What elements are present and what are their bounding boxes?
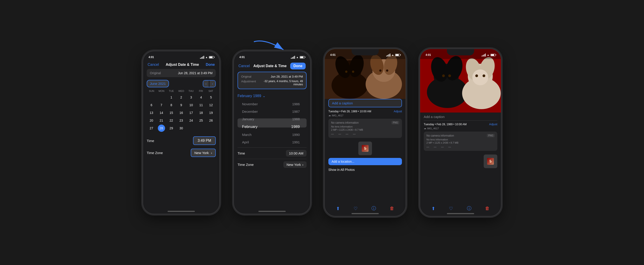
done-button-2[interactable]: Done [290,63,306,69]
month-nav: June 2021 ‹ › [147,80,216,87]
next-month-button[interactable]: › [210,80,215,87]
meta-adjust-3[interactable]: Adjust [394,110,402,113]
svg-point-10 [345,71,348,73]
cal-day-27[interactable]: 27 [148,125,155,132]
cal-day-6[interactable]: 6 [148,101,155,109]
cal-day-19[interactable]: 19 [207,109,214,116]
info-button-3[interactable]: ⓘ [372,205,376,212]
scroll-month-4: March [242,133,272,137]
location-button-3[interactable]: Add a location... [328,158,402,165]
delete-button-4[interactable]: 🗑 [485,206,490,211]
share-button-3[interactable]: ⬆ [336,206,340,211]
cal-day-26[interactable]: 26 [207,117,214,124]
status-icons-3: ▲ [386,53,400,56]
scroll-item-1: December 1987 [238,108,306,115]
time-input-1[interactable]: 3:49 PM [193,136,216,145]
caption-text-4[interactable]: Add a caption [424,113,497,121]
cal-day-16[interactable]: 16 [178,109,185,116]
scroll-item-4: March 1990 [238,131,306,138]
cal-day-23[interactable]: 23 [178,117,185,124]
cal-day-1[interactable]: 1 [168,94,175,101]
scroll-year-1: 1987 [272,110,302,113]
info-specs-4: 2 MP • 1125 x 2436 • 8.7 MB [426,141,494,144]
done-button-1[interactable]: Done [206,63,215,67]
info-button-4[interactable]: ⓘ [467,205,472,212]
cal-day-17[interactable]: 17 [188,109,195,116]
cal-day-13[interactable]: 13 [148,109,155,116]
time-label-1: Time [147,139,154,143]
meta-adjust-4[interactable]: Adjust [489,123,497,126]
status-time-1: 4:01 [148,56,154,59]
cal-day-8[interactable]: 8 [168,101,175,109]
cal-day-30[interactable]: 30 [178,125,185,132]
original-row-1: Original Jun 28, 2021 at 3:49 PM [147,69,216,77]
calendar-body: 1 2 3 4 5 6 7 8 9 10 11 12 13 14 15 16 1 [147,94,216,132]
cancel-button-2[interactable]: Cancel [238,64,250,68]
thumb-img-3: 🐕 [362,145,368,152]
cloud-icon-3: ☁ [328,114,331,117]
phone-1: 4:01 ▲ Cancel Adjust Date & Time Done [142,51,220,214]
meta-cloud-3: ☁ IMG_4617 [328,114,402,117]
favorite-button-3[interactable]: ♡ [354,206,358,211]
cal-day-9[interactable]: 9 [178,101,185,109]
phone2-tz-value[interactable]: New York › [284,161,306,168]
cal-day-10[interactable]: 10 [188,101,195,109]
cal-day-empty-1 [148,94,155,101]
bottom-toolbar-4: ⬆ ♡ ⓘ 🗑 [420,205,501,212]
status-bar-1: 4:01 ▲ [143,51,219,61]
nav-bar-2: Cancel Adjust Date & Time Done [234,61,310,72]
scroll-item-3-selected: February 1989 [238,123,306,131]
no-lens-3: No lens information [331,125,399,128]
meta-row-3: Tuesday • Feb 28, 1989 • 10:00 AM Adjust [328,110,402,113]
cal-day-28-selected[interactable]: 28 [158,125,165,132]
camera-info-card-4: No camera information PNG No lens inform… [424,132,497,151]
original-label-1: Original [150,71,161,75]
cal-day-25[interactable]: 25 [197,117,204,124]
delete-button-3[interactable]: 🗑 [390,206,394,211]
month-button[interactable]: June 2021 [147,80,169,87]
svg-point-25 [448,74,451,77]
scroll-month-2: January [242,117,272,121]
scroll-year-4: 1990 [272,133,302,137]
show-all-3[interactable]: Show in All Photos [328,167,402,172]
cal-day-5[interactable]: 5 [207,94,214,101]
cal-day-29[interactable]: 29 [168,125,175,132]
timezone-value-1[interactable]: New York › [191,149,216,157]
cal-day-22[interactable]: 22 [168,117,175,124]
cal-day-7[interactable]: 7 [158,101,165,109]
date-picker-scroll[interactable]: November 1986 December 1987 January 1988… [238,100,306,146]
phone2-time-label: Time [238,151,245,155]
phone2-time-value[interactable]: 10:00 AM [286,150,306,157]
cal-day-3[interactable]: 3 [188,94,195,101]
date-picker-header[interactable]: February 1989 ⌄ [238,92,306,100]
cal-day-4[interactable]: 4 [197,94,204,101]
prev-month-button[interactable]: ‹ [203,80,209,87]
scroll-month-0: November [242,102,272,106]
thumb-img-4: 🐕 [487,158,494,165]
share-button-4[interactable]: ⬆ [432,206,435,211]
thumbnail-3[interactable]: 🐕 [358,142,372,155]
adj-original-row: Original Jun 28, 2021 at 3:49 PM [241,75,303,78]
thumbnail-4[interactable]: 🐕 [484,155,497,168]
cal-day-24[interactable]: 24 [188,117,195,124]
adj-original-value: Jun 28, 2021 at 3:49 PM [271,75,303,78]
cal-day-20[interactable]: 20 [148,117,155,124]
scroll-items: November 1986 December 1987 January 1988… [238,100,306,146]
favorite-button-4[interactable]: ♡ [449,206,453,211]
cal-day-2[interactable]: 2 [178,94,185,101]
time-row-1: Time 3:49 PM [147,135,216,147]
cal-day-14[interactable]: 14 [158,109,165,116]
cancel-button-1[interactable]: Cancel [148,63,159,67]
cal-day-11[interactable]: 11 [197,101,204,109]
cal-day-12[interactable]: 12 [207,101,214,109]
meta-date-4: Tuesday • Feb 28, 1989 • 10:00 AM [424,123,467,126]
svg-point-12 [379,69,382,72]
cal-day-21[interactable]: 21 [158,117,165,124]
nav-title-2: Adjust Date & Time [254,64,286,68]
cal-day-18[interactable]: 18 [197,109,204,116]
scroll-year-2: 1988 [272,117,302,121]
phone2-tz-row: Time Zone New York › [238,159,306,170]
caption-box-3[interactable]: Add a caption [328,99,402,107]
cal-day-15[interactable]: 15 [168,109,175,116]
wifi-icon-3: ▲ [392,53,394,56]
